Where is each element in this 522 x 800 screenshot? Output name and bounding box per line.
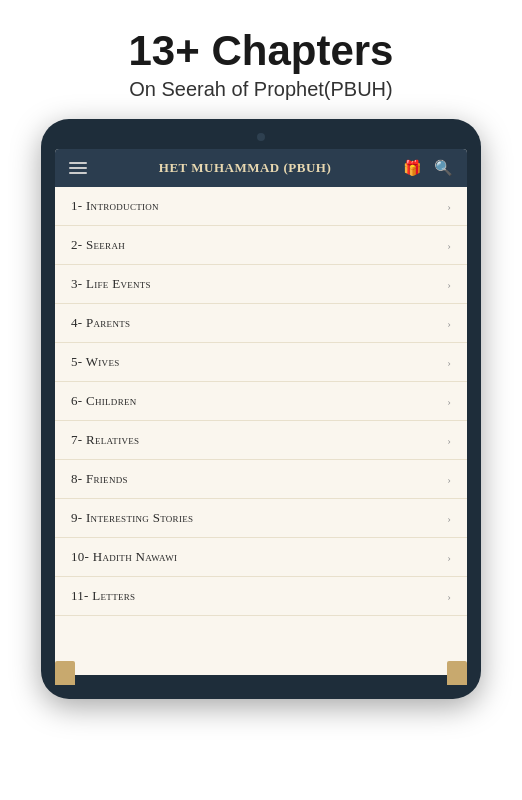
tablet-bottom-bar xyxy=(55,675,467,685)
chapter-label: 11- Letters xyxy=(71,588,135,604)
search-icon[interactable]: 🔍 xyxy=(434,159,453,177)
chapter-arrow-icon: › xyxy=(447,278,451,290)
app-header: het Muhammad (PBUH) 🎁 🔍 xyxy=(55,149,467,187)
chapter-item[interactable]: 1- Introduction› xyxy=(55,187,467,226)
gift-icon[interactable]: 🎁 xyxy=(403,159,422,177)
chapter-item[interactable]: 11- Letters› xyxy=(55,577,467,616)
main-title: 13+ Chapters xyxy=(20,28,502,74)
chapter-label: 2- Seerah xyxy=(71,237,125,253)
chapter-arrow-icon: › xyxy=(447,473,451,485)
chapter-arrow-icon: › xyxy=(447,395,451,407)
tablet-camera xyxy=(257,133,265,141)
app-header-title: het Muhammad (PBUH) xyxy=(159,160,331,176)
chapter-item[interactable]: 5- Wives› xyxy=(55,343,467,382)
header-icons: 🎁 🔍 xyxy=(403,159,453,177)
corner-accent-left xyxy=(55,661,75,685)
tablet-device: het Muhammad (PBUH) 🎁 🔍 1- Introduction›… xyxy=(41,119,481,699)
chapter-arrow-icon: › xyxy=(447,356,451,368)
chapter-arrow-icon: › xyxy=(447,200,451,212)
chapter-list: 1- Introduction›2- Seerah›3- Life Events… xyxy=(55,187,467,675)
chapter-item[interactable]: 6- Children› xyxy=(55,382,467,421)
chapter-label: 3- Life Events xyxy=(71,276,151,292)
chapter-label: 7- Relatives xyxy=(71,432,139,448)
chapter-item[interactable]: 4- Parents› xyxy=(55,304,467,343)
top-section: 13+ Chapters On Seerah of Prophet(PBUH) xyxy=(0,0,522,119)
subtitle: On Seerah of Prophet(PBUH) xyxy=(20,78,502,101)
chapter-label: 6- Children xyxy=(71,393,137,409)
corner-accent-right xyxy=(447,661,467,685)
chapter-label: 4- Parents xyxy=(71,315,130,331)
chapter-item[interactable]: 10- Hadith Nawawi› xyxy=(55,538,467,577)
chapter-arrow-icon: › xyxy=(447,590,451,602)
tablet-screen: het Muhammad (PBUH) 🎁 🔍 1- Introduction›… xyxy=(55,149,467,675)
chapter-item[interactable]: 9- Interesting Stories› xyxy=(55,499,467,538)
chapter-label: 9- Interesting Stories xyxy=(71,510,193,526)
chapter-arrow-icon: › xyxy=(447,434,451,446)
chapter-arrow-icon: › xyxy=(447,512,451,524)
chapter-item[interactable]: 7- Relatives› xyxy=(55,421,467,460)
chapter-arrow-icon: › xyxy=(447,317,451,329)
chapter-item[interactable]: 2- Seerah› xyxy=(55,226,467,265)
menu-icon[interactable] xyxy=(69,162,87,174)
chapter-arrow-icon: › xyxy=(447,239,451,251)
chapter-label: 5- Wives xyxy=(71,354,120,370)
chapter-label: 8- Friends xyxy=(71,471,128,487)
chapter-arrow-icon: › xyxy=(447,551,451,563)
chapter-label: 1- Introduction xyxy=(71,198,159,214)
chapter-item[interactable]: 3- Life Events› xyxy=(55,265,467,304)
chapter-label: 10- Hadith Nawawi xyxy=(71,549,177,565)
chapter-item[interactable]: 8- Friends› xyxy=(55,460,467,499)
